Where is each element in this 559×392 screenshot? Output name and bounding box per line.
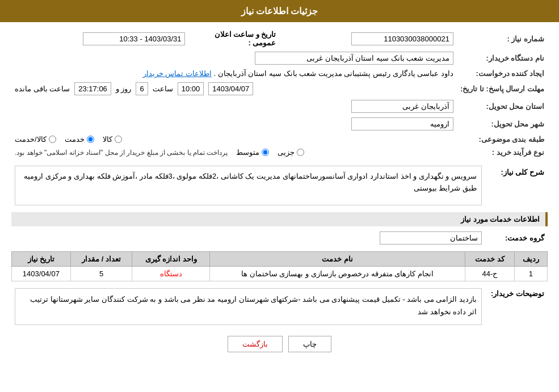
page-title: جزئیات اطلاعات نیاز	[241, 6, 318, 16]
remaining-time-box: 23:17:06	[74, 82, 111, 95]
days-label: روز و	[116, 85, 132, 93]
service-group-box: ساختمان	[380, 231, 482, 245]
announcement-date-label: تاریخ و ساعت اعلان عمومی :	[188, 28, 279, 49]
services-table: ردیف کد خدمت نام خدمت واحد اندازه گیری ت…	[11, 251, 548, 281]
need-number-label: شماره نیاز :	[457, 28, 548, 49]
creator-label: ایجاد کننده درخواست:	[457, 67, 548, 80]
city-label: شهر محل تحویل:	[457, 115, 548, 133]
services-section-title: اطلاعات خدمات مورد نیاز	[11, 212, 548, 226]
buyer-notes-table: توضیحات خریدار: بازدید الزامی می باشد - …	[11, 286, 548, 327]
radio-khadamat[interactable]	[87, 136, 94, 143]
province-label: استان محل تحویل:	[457, 98, 548, 115]
buyer-org-value: مدیریت شعب بانک سیه استان آذربایجان غربی	[11, 49, 457, 67]
radio-small[interactable]	[297, 149, 304, 156]
send-date-row: ساعت باقی مانده 23:17:06 روز و 6 ساعت 10…	[11, 80, 457, 98]
service-code: ح-44	[465, 267, 515, 281]
purchase-note: پرداخت تمام یا بخشی از مبلغ خریدار از مح…	[15, 149, 228, 157]
purchase-type-row: پرداخت تمام یا بخشی از مبلغ خریدار از مح…	[11, 146, 457, 159]
delivery-date-box: 1403/04/07	[208, 82, 253, 95]
col-header-quantity: تعداد / مقدار	[70, 252, 132, 267]
main-content: شماره نیاز : 1103030038000021 تاریخ و سا…	[0, 22, 559, 366]
unit-value: دستگاه	[132, 267, 210, 281]
purchase-radio-small: جزیی	[278, 148, 304, 157]
description-box: سرویس و نگهداری و اخذ استاندارد ادواری آ…	[15, 166, 482, 205]
category-radio-kala: کالا	[103, 135, 122, 144]
need-date-value: 1403/04/07	[12, 267, 71, 281]
page-header: جزئیات اطلاعات نیاز	[0, 0, 559, 22]
description-value-cell: سرویس و نگهداری و اخذ استاندارد ادواری آ…	[11, 163, 485, 208]
service-group-label: گروه خدمت:	[485, 229, 548, 247]
creator-value: داود عباسی یادگاری رئیس پشتیبانی مدیریت …	[11, 67, 457, 80]
page-container: جزئیات اطلاعات نیاز شماره نیاز : 1103030…	[0, 0, 559, 392]
purchase-radio-medium: متوسط	[236, 148, 269, 157]
row-num: 1	[514, 267, 547, 281]
buyer-org-box: مدیریت شعب بانک سیه استان آذربایجان غربی	[255, 52, 453, 65]
back-button[interactable]: بازگشت	[228, 336, 283, 352]
province-value: آذربایجان غربی	[11, 98, 457, 115]
radio-kala[interactable]	[115, 136, 122, 143]
announcement-date-value: 1403/03/31 - 10:33	[11, 28, 188, 49]
print-button[interactable]: چاپ	[288, 336, 331, 352]
col-header-service-code: کد خدمت	[465, 252, 515, 267]
province-box: آذربایجان غربی	[351, 100, 453, 113]
purchase-type-label: نوع فرآیند خرید :	[457, 146, 548, 159]
city-box: ارومیه	[351, 117, 453, 130]
service-group-value: ساختمان	[11, 229, 485, 247]
category-radio-khadamat: خدمت	[65, 135, 94, 144]
days-box: 6	[136, 82, 148, 95]
time-label: ساعت	[153, 85, 173, 93]
col-header-row-num: ردیف	[514, 252, 547, 267]
service-group-table: گروه خدمت: ساختمان	[11, 229, 548, 247]
buyer-notes-label: توضیحات خریدار:	[485, 286, 548, 327]
buyer-notes-value-cell: بازدید الزامی می باشد - تکمیل قیمت پیشنه…	[11, 286, 485, 327]
info-table-top: شماره نیاز : 1103030038000021 تاریخ و سا…	[11, 28, 548, 159]
radio-medium[interactable]	[262, 149, 269, 156]
col-header-unit: واحد اندازه گیری	[132, 252, 210, 267]
table-row: 1 ح-44 انجام کارهای متفرقه درخصوص بازساز…	[12, 267, 548, 281]
description-label: شرح کلی نیاز:	[485, 163, 548, 208]
city-value: ارومیه	[11, 115, 457, 133]
need-number-value: 1103030038000021	[279, 28, 456, 49]
buyer-notes-box: بازدید الزامی می باشد - تکمیل قیمت پیشنه…	[15, 288, 482, 325]
description-table: شرح کلی نیاز: سرویس و نگهداری و اخذ استا…	[11, 163, 548, 208]
announcement-date-box: 1403/03/31 - 10:33	[83, 32, 185, 45]
buyer-org-label: نام دستگاه خریدار:	[457, 49, 548, 67]
col-header-service-name: نام خدمت	[210, 252, 465, 267]
col-header-need-date: تاریخ نیاز	[12, 252, 71, 267]
creator-contact-link[interactable]: اطلاعات تماس خریدار	[143, 69, 212, 78]
send-date-label: مهلت ارسال پاسخ: تا تاریخ:	[457, 80, 548, 98]
need-number-box: 1103030038000021	[351, 32, 453, 45]
quantity-value: 5	[70, 267, 132, 281]
category-radio-kala-khadamat: کالا/خدمت	[15, 135, 56, 144]
category-label: طبقه بندی موضوعی:	[457, 133, 548, 146]
remaining-label: ساعت باقی مانده	[15, 85, 70, 93]
time-box: 10:00	[178, 82, 204, 95]
category-row: کالا/خدمت خدمت کالا	[11, 133, 457, 146]
buttons-row: چاپ بازگشت	[11, 336, 548, 352]
radio-kala-khadamat[interactable]	[49, 136, 56, 143]
service-name: انجام کارهای متفرقه درخصوص بازسازی و بهس…	[210, 267, 465, 281]
